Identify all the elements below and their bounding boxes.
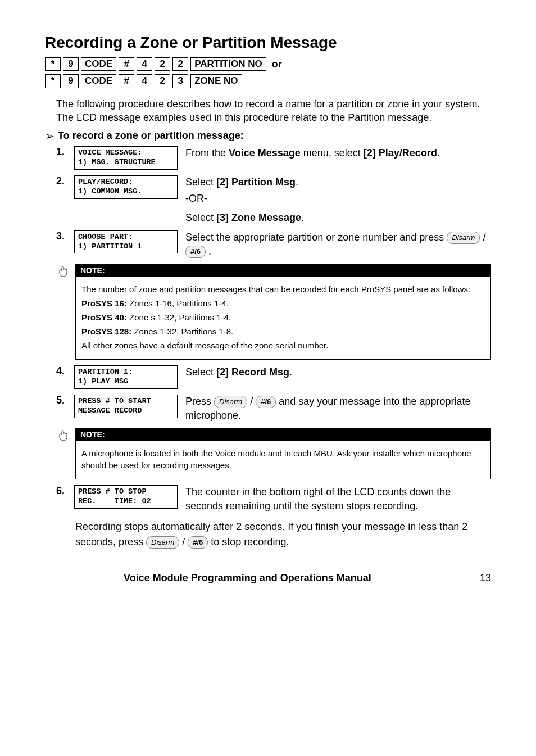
step-number: 1. [56, 146, 66, 158]
bold-text: ProSYS 16: [81, 298, 127, 308]
lcd-display: PLAY/RECORD: 1) COMMON MSG. [74, 175, 178, 199]
note-body: The number of zone and partition message… [75, 277, 491, 360]
text: menu, select [301, 147, 364, 159]
key-star: * [45, 57, 61, 71]
disarm-key-icon: Disarm [447, 232, 480, 244]
step-body: The counter in the bottom right of the L… [185, 485, 491, 513]
note-text: The number of zone and partition message… [81, 283, 485, 295]
key-9: 9 [63, 74, 79, 88]
step-5: 5. PRESS # TO START MESSAGE RECORD Press… [56, 395, 491, 423]
text: . [301, 212, 304, 223]
key-3: 3 [172, 74, 188, 88]
key-2: 2 [155, 57, 170, 71]
text: / [247, 396, 256, 407]
text: Select [185, 212, 216, 223]
disarm-key-icon: Disarm [214, 396, 247, 408]
text: Zone s 1-32, Partitions 1-4. [127, 313, 231, 322]
key-4: 4 [137, 57, 152, 71]
note-hand-icon [56, 428, 70, 442]
text: Zones 1-16, Partitions 1-4. [127, 298, 229, 308]
lcd-display: PRESS # TO STOP REC. TIME: 02 [74, 485, 178, 509]
note-label: NOTE: [75, 264, 491, 277]
note-text: All other zones have a default message o… [81, 339, 485, 351]
hash-6-key-icon: #/6 [256, 396, 276, 408]
key-hash: # [119, 74, 134, 88]
or-text: -OR- [185, 192, 491, 206]
step-3: 3. CHOOSE PART: 1) PARTITION 1 Select th… [56, 230, 491, 259]
lcd-display: VOICE MESSAGE: 1) MSG. STRUCTURE [74, 146, 178, 170]
text: . [296, 176, 298, 188]
bold-text: [2] Record Msg [216, 366, 289, 378]
keypad-sequence-zone: * 9 CODE # 4 2 3 ZONE NO [45, 74, 491, 88]
text: From the [185, 147, 229, 159]
note-hand-icon [56, 264, 70, 278]
note-block-2: NOTE: A microphone is located in both th… [75, 428, 491, 479]
text: Select [185, 366, 216, 378]
text: Press [185, 396, 214, 407]
arrow-icon: ➢ [45, 130, 54, 142]
key-4: 4 [137, 74, 152, 88]
step-number: 4. [56, 365, 66, 377]
key-partition-no: PARTITION NO [190, 57, 266, 71]
step-6: 6. PRESS # TO STOP REC. TIME: 02 The cou… [56, 485, 491, 513]
hash-6-key-icon: #/6 [185, 246, 206, 258]
bold-text: [2] Play/Record [364, 147, 437, 159]
disarm-key-icon: Disarm [146, 536, 179, 549]
key-zone-no: ZONE NO [190, 74, 242, 88]
bold-text: [3] Zone Message [216, 212, 301, 223]
footer-title: Voice Module Programming and Operations … [124, 572, 371, 584]
page-footer: Voice Module Programming and Operations … [45, 572, 491, 584]
key-hash: # [119, 57, 134, 71]
step-4: 4. PARTITION 1: 1) PLAY MSG Select [2] R… [56, 365, 491, 389]
keypad-sequence-partition: * 9 CODE # 4 2 2 PARTITION NO or [45, 57, 491, 71]
procedure-heading: To record a zone or partition message: [58, 130, 244, 142]
page-number: 13 [480, 572, 491, 584]
step-body: From the Voice Message menu, select [2] … [185, 146, 491, 160]
step-number: 3. [56, 230, 66, 242]
note-body: A microphone is located in both the Voic… [75, 441, 491, 479]
text: / [179, 536, 188, 547]
bold-text: Voice Message [229, 147, 301, 159]
step-number: 6. [56, 485, 66, 497]
key-2: 2 [155, 74, 170, 88]
key-star: * [45, 74, 61, 88]
lcd-display: PARTITION 1: 1) PLAY MSG [74, 365, 178, 389]
or-label: or [272, 58, 282, 70]
step-body: Select [2] Record Msg. [185, 365, 491, 379]
lcd-display: PRESS # TO START MESSAGE RECORD [74, 395, 178, 418]
step-2: 2. PLAY/RECORD: 1) COMMON MSG. Select [2… [56, 175, 491, 225]
text: / [480, 232, 485, 243]
text: . [206, 246, 211, 257]
text: Select the appropriate partition or zone… [185, 232, 447, 243]
key-code: CODE [81, 57, 116, 71]
text: . [289, 366, 292, 378]
bold-text: [2] Partition Msg [216, 176, 296, 188]
step-number: 5. [56, 395, 66, 406]
key-code: CODE [81, 74, 116, 88]
step-1: 1. VOICE MESSAGE: 1) MSG. STRUCTURE From… [56, 146, 491, 170]
text: Select [185, 176, 216, 188]
lcd-display: CHOOSE PART: 1) PARTITION 1 [74, 230, 178, 254]
tail-paragraph: Recording stops automatically after 2 se… [75, 519, 491, 550]
step-body: Select the appropriate partition or zone… [185, 230, 491, 259]
bold-text: ProSYS 40: [81, 313, 127, 322]
step-body: Press Disarm / #/6 and say your message … [185, 395, 491, 423]
text: Zones 1-32, Partitions 1-8. [131, 327, 233, 336]
hash-6-key-icon: #/6 [188, 536, 208, 549]
intro-paragraph: The following procedure describes how to… [56, 97, 491, 125]
bold-text: ProSYS 128: [81, 327, 131, 336]
step-number: 2. [56, 175, 66, 187]
step-body: Select [2] Partition Msg. -OR- Select [3… [185, 175, 491, 225]
text: . [437, 147, 440, 159]
key-2: 2 [172, 57, 188, 71]
note-block-1: NOTE: The number of zone and partition m… [75, 264, 491, 360]
text: to stop recording. [208, 536, 289, 547]
note-text: A microphone is located in both the Voic… [81, 447, 485, 471]
key-9: 9 [63, 57, 79, 71]
note-label: NOTE: [75, 428, 491, 441]
page-title: Recording a Zone or Partition Message [45, 34, 491, 52]
